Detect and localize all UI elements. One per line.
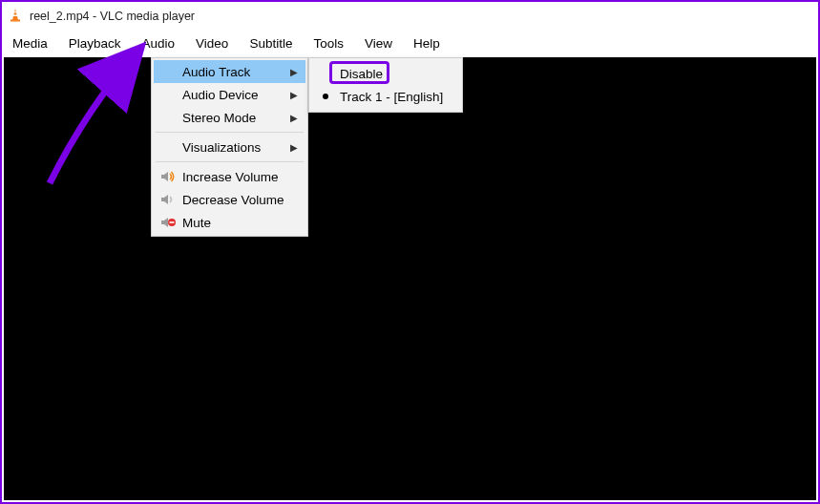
menu-audio-track[interactable]: Audio Track ▶	[154, 60, 305, 83]
submenu-arrow-icon: ▶	[290, 113, 298, 123]
audio-dropdown: Audio Track ▶ Audio Device ▶ Stereo Mode…	[151, 57, 308, 237]
submenu-arrow-icon: ▶	[290, 142, 298, 153]
radio-selected-icon	[323, 94, 328, 99]
menu-mute[interactable]: Mute	[154, 211, 305, 234]
svg-marker-4	[161, 172, 168, 181]
volume-down-icon	[159, 193, 177, 206]
menu-stereo-mode-label: Stereo Mode	[182, 111, 256, 125]
menu-playback[interactable]: Playback	[58, 31, 132, 55]
mute-icon	[159, 216, 177, 229]
svg-rect-2	[13, 14, 18, 16]
menu-audio-track-label: Audio Track	[182, 65, 250, 79]
menu-increase-volume-label: Increase Volume	[182, 170, 279, 184]
menu-audio[interactable]: Audio	[132, 31, 186, 55]
submenu-arrow-icon: ▶	[290, 90, 298, 100]
menu-audio-device[interactable]: Audio Device ▶	[154, 83, 305, 106]
menu-visualizations-label: Visualizations	[182, 140, 261, 155]
submenu-track1[interactable]: Track 1 - [English]	[311, 85, 460, 108]
svg-marker-0	[12, 9, 18, 20]
vlc-window: reel_2.mp4 - VLC media player Media Play…	[0, 0, 820, 504]
menu-decrease-volume[interactable]: Decrease Volume	[154, 188, 305, 211]
menubar: Media Playback Audio Video Subtitle Tool…	[2, 31, 818, 55]
annotation-highlight	[329, 61, 389, 84]
menu-mute-label: Mute	[182, 216, 211, 230]
menu-media[interactable]: Media	[2, 31, 58, 55]
menu-view[interactable]: View	[354, 31, 403, 55]
menu-decrease-volume-label: Decrease Volume	[182, 193, 284, 207]
svg-rect-8	[170, 221, 175, 223]
volume-up-icon	[159, 170, 177, 183]
menu-visualizations[interactable]: Visualizations ▶	[154, 136, 305, 158]
menu-stereo-mode[interactable]: Stereo Mode ▶	[154, 106, 305, 129]
titlebar: reel_2.mp4 - VLC media player	[2, 2, 818, 31]
menu-audio-device-label: Audio Device	[182, 88, 259, 102]
vlc-cone-icon	[8, 8, 23, 26]
submenu-arrow-icon: ▶	[290, 67, 298, 77]
menu-video[interactable]: Video	[185, 31, 239, 55]
menu-increase-volume[interactable]: Increase Volume	[154, 165, 305, 188]
submenu-track1-label: Track 1 - [English]	[340, 90, 443, 104]
menu-separator	[156, 132, 304, 133]
svg-rect-1	[13, 11, 17, 12]
menu-separator	[156, 161, 304, 162]
svg-marker-6	[161, 218, 168, 227]
window-title: reel_2.mp4 - VLC media player	[30, 10, 195, 23]
menu-subtitle[interactable]: Subtitle	[239, 31, 303, 55]
menu-help[interactable]: Help	[403, 31, 451, 55]
video-area[interactable]	[4, 57, 816, 500]
menu-tools[interactable]: Tools	[303, 31, 354, 55]
svg-marker-5	[161, 195, 168, 204]
svg-rect-3	[11, 19, 20, 21]
